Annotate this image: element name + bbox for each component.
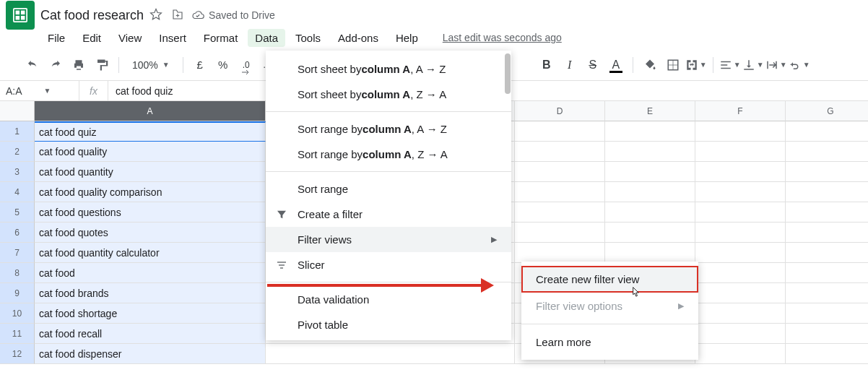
- bold-button[interactable]: B: [536, 54, 557, 76]
- menu-tools[interactable]: Tools: [288, 29, 328, 47]
- create-new-filter-view[interactable]: Create new filter view: [521, 266, 698, 293]
- cell[interactable]: cat food dispenser: [35, 344, 266, 364]
- row-header[interactable]: 10: [0, 303, 35, 324]
- select-all-corner[interactable]: [0, 101, 35, 121]
- cell[interactable]: cat food quality: [35, 142, 266, 162]
- slicer-icon: [274, 259, 289, 271]
- sort-range[interactable]: Sort range: [266, 176, 511, 202]
- data-menu-dropdown: Sort sheet by column A, A → Z Sort sheet…: [266, 51, 511, 340]
- cell[interactable]: cat food quantity: [35, 162, 266, 182]
- menu-format[interactable]: Format: [196, 29, 246, 47]
- fill-color-button[interactable]: [639, 54, 661, 76]
- cell[interactable]: cat food recall: [35, 324, 266, 344]
- last-edit-link[interactable]: Last edit was seconds ago: [443, 32, 562, 43]
- cell[interactable]: cat food brands: [35, 283, 266, 303]
- menu-edit[interactable]: Edit: [75, 29, 108, 47]
- star-icon[interactable]: [149, 8, 162, 23]
- cell[interactable]: cat food quiz: [35, 121, 266, 142]
- cell[interactable]: cat food shortage: [35, 303, 266, 324]
- svg-rect-6: [277, 262, 286, 262]
- sheets-app-icon[interactable]: [6, 1, 35, 30]
- filter-views-submenu: Create new filter view Filter view optio…: [521, 262, 698, 360]
- menu-data[interactable]: Data: [248, 29, 285, 47]
- valign-button[interactable]: ▼: [742, 54, 764, 76]
- sort-sheet-za[interactable]: Sort sheet by column A, Z → A: [266, 82, 511, 107]
- menu-insert[interactable]: Insert: [152, 29, 194, 47]
- filter-views[interactable]: Filter views▶: [266, 227, 511, 252]
- sort-range-za[interactable]: Sort range by column A, Z → A: [266, 142, 511, 167]
- menu-help[interactable]: Help: [389, 29, 425, 47]
- col-header-d[interactable]: D: [515, 101, 605, 121]
- save-status-text: Saved to Drive: [209, 9, 275, 21]
- fx-icon: fx: [79, 81, 108, 100]
- row-header[interactable]: 12: [0, 344, 35, 364]
- row-header[interactable]: 9: [0, 283, 35, 303]
- menu-bar: File Edit View Insert Format Data Tools …: [0, 26, 868, 49]
- title-bar: Cat food research Saved to Drive: [0, 0, 868, 26]
- col-header-e[interactable]: E: [605, 101, 695, 121]
- cell[interactable]: cat food quantity calculator: [35, 243, 266, 263]
- row-header[interactable]: 8: [0, 263, 35, 283]
- menu-addons[interactable]: Add-ons: [331, 29, 386, 47]
- italic-button[interactable]: I: [559, 54, 581, 76]
- undo-button[interactable]: [22, 54, 43, 76]
- col-header-a[interactable]: A: [35, 101, 266, 121]
- row-header[interactable]: 3: [0, 162, 35, 182]
- submenu-arrow-icon: ▶: [678, 301, 684, 311]
- learn-more[interactable]: Learn more: [521, 329, 698, 355]
- move-icon[interactable]: [171, 8, 184, 23]
- cell[interactable]: cat food questions: [35, 202, 266, 223]
- merge-button[interactable]: ▼: [685, 54, 707, 76]
- col-header-g[interactable]: G: [786, 101, 868, 121]
- row-header[interactable]: 5: [0, 202, 35, 223]
- print-button[interactable]: [68, 54, 90, 76]
- decrease-decimal-button[interactable]: .0: [235, 54, 257, 76]
- row-header[interactable]: 2: [0, 142, 35, 162]
- currency-button[interactable]: £: [189, 54, 211, 76]
- menu-file[interactable]: File: [40, 29, 72, 47]
- zoom-level[interactable]: 100%▼: [125, 59, 177, 71]
- create-filter[interactable]: Create a filter: [266, 202, 511, 227]
- name-box[interactable]: A:A▼: [0, 81, 79, 100]
- col-header-f[interactable]: F: [695, 101, 786, 121]
- borders-button[interactable]: [662, 54, 684, 76]
- wrap-button[interactable]: ▼: [765, 54, 787, 76]
- redo-button[interactable]: [45, 54, 66, 76]
- save-status[interactable]: Saved to Drive: [191, 9, 275, 22]
- paint-format-button[interactable]: [91, 54, 113, 76]
- row-header[interactable]: 7: [0, 243, 35, 263]
- svg-rect-8: [280, 267, 283, 268]
- svg-rect-7: [279, 264, 285, 265]
- strike-button[interactable]: S: [582, 54, 604, 76]
- cell[interactable]: cat food quotes: [35, 223, 266, 243]
- percent-button[interactable]: %: [212, 54, 234, 76]
- rotate-button[interactable]: ▼: [789, 54, 810, 76]
- slicer[interactable]: Slicer: [266, 252, 511, 277]
- row-header[interactable]: 1: [0, 121, 35, 142]
- row-header[interactable]: 4: [0, 182, 35, 202]
- halign-button[interactable]: ▼: [719, 54, 741, 76]
- submenu-arrow-icon: ▶: [491, 235, 497, 244]
- pivot-table[interactable]: Pivot table: [266, 312, 511, 337]
- filter-view-options: Filter view options▶: [521, 293, 698, 319]
- menu-view[interactable]: View: [111, 29, 149, 47]
- cell[interactable]: cat food quality comparison: [35, 182, 266, 202]
- sort-sheet-az[interactable]: Sort sheet by column A, A → Z: [266, 56, 511, 82]
- filter-icon: [274, 209, 289, 220]
- row-header[interactable]: 6: [0, 223, 35, 243]
- data-validation[interactable]: Data validation: [266, 287, 511, 312]
- document-title[interactable]: Cat food research: [40, 8, 144, 23]
- text-color-button[interactable]: A: [605, 54, 627, 76]
- cell[interactable]: cat food: [35, 263, 266, 283]
- sort-range-az[interactable]: Sort range by column A, A → Z: [266, 116, 511, 142]
- row-header[interactable]: 11: [0, 324, 35, 344]
